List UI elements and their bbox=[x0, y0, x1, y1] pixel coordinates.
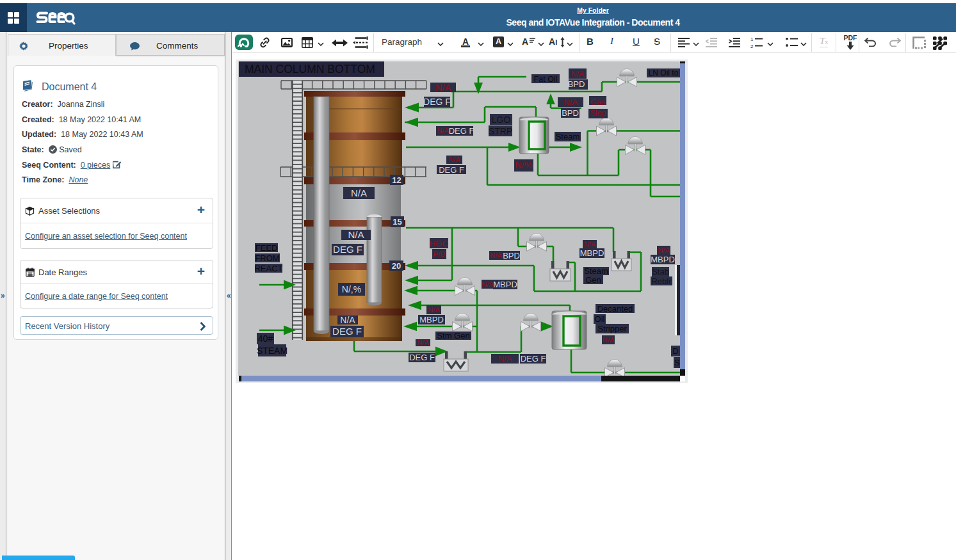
svg-text:N/A: N/A bbox=[340, 315, 355, 325]
svg-text:Slop: Slop bbox=[590, 109, 606, 118]
svg-text:Stab: Stab bbox=[652, 267, 669, 276]
svg-text:LGO: LGO bbox=[492, 115, 511, 125]
svg-text:FEED: FEED bbox=[255, 243, 278, 253]
svg-text:15: 15 bbox=[393, 217, 401, 227]
svg-text:FROM: FROM bbox=[255, 253, 279, 263]
svg-text:BPD: BPD bbox=[562, 108, 579, 118]
svg-text:MBPD: MBPD bbox=[580, 248, 604, 258]
svg-text:Stm Gen: Stm Gen bbox=[437, 331, 469, 340]
svg-text:DEG F: DEG F bbox=[449, 126, 474, 136]
svg-text:Decanted: Decanted bbox=[597, 304, 633, 314]
svg-text:HGO: HGO bbox=[430, 239, 449, 248]
svg-text:LN Oil to: LN Oil to bbox=[649, 68, 679, 77]
svg-text:N/A: N/A bbox=[428, 306, 440, 314]
svg-text:N/A: N/A bbox=[490, 252, 502, 259]
svg-text:N/A: N/A bbox=[658, 246, 670, 254]
svg-text:N/A: N/A bbox=[571, 70, 585, 79]
svg-text:MBPD: MBPD bbox=[651, 255, 675, 264]
svg-text:Gas: Gas bbox=[590, 98, 605, 107]
svg-text:STEAM: STEAM bbox=[257, 346, 288, 356]
svg-text:N/A: N/A bbox=[482, 280, 494, 288]
svg-text:MBPD: MBPD bbox=[493, 280, 517, 289]
svg-text:Stripper: Stripper bbox=[597, 324, 627, 333]
svg-text:REACT: REACT bbox=[254, 264, 282, 273]
svg-text:DEG F: DEG F bbox=[333, 244, 362, 255]
svg-text:N/A: N/A bbox=[348, 229, 364, 240]
svg-text:S: S bbox=[674, 358, 680, 367]
svg-text:Oil: Oil bbox=[595, 314, 605, 324]
svg-text:N/A: N/A bbox=[584, 241, 596, 248]
svg-text:Reblr: Reblr bbox=[651, 276, 672, 286]
svg-text:Fat Oil: Fat Oil bbox=[534, 75, 558, 84]
svg-text:DEG F: DEG F bbox=[521, 354, 546, 364]
svg-text:DEG F: DEG F bbox=[423, 97, 451, 107]
svg-text:BPD: BPD bbox=[503, 251, 520, 260]
svg-text:N/A: N/A bbox=[417, 339, 429, 346]
svg-text:P/D: P/D bbox=[433, 250, 445, 258]
svg-text:N/A: N/A bbox=[563, 97, 578, 107]
svg-text:40#: 40# bbox=[258, 333, 273, 344]
svg-text:N/A: N/A bbox=[351, 188, 367, 198]
svg-text:N/A: N/A bbox=[437, 127, 449, 134]
svg-text:DEG F: DEG F bbox=[409, 353, 435, 362]
svg-text:N/%: N/% bbox=[515, 160, 533, 170]
svg-text:N/A: N/A bbox=[603, 336, 615, 344]
svg-text:1: 1 bbox=[750, 37, 754, 42]
svg-text:N/A: N/A bbox=[435, 83, 451, 93]
svg-text:BPD: BPD bbox=[568, 79, 585, 89]
svg-text:Steam: Steam bbox=[556, 132, 580, 141]
svg-text:DEG F: DEG F bbox=[439, 165, 464, 175]
svg-text:N/A: N/A bbox=[498, 354, 512, 364]
svg-text:2: 2 bbox=[750, 44, 754, 49]
svg-text:DEG F: DEG F bbox=[332, 326, 362, 337]
svg-text:12: 12 bbox=[392, 175, 401, 185]
svg-text:N/A: N/A bbox=[448, 156, 460, 163]
svg-text:STRP: STRP bbox=[489, 126, 512, 136]
svg-text:20: 20 bbox=[392, 261, 401, 271]
svg-text:MAIN COLUMN BOTTOM: MAIN COLUMN BOTTOM bbox=[245, 63, 375, 76]
svg-text:MBPD: MBPD bbox=[419, 315, 444, 324]
svg-text:Gen: Gen bbox=[585, 275, 601, 285]
svg-text:N/,%: N/,% bbox=[342, 284, 361, 294]
svg-text:D: D bbox=[672, 346, 678, 356]
